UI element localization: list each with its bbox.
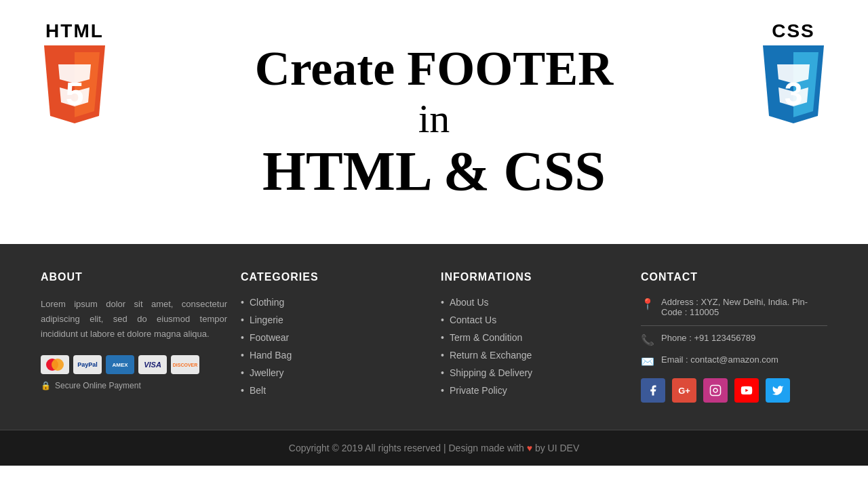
contact-address: 📍 Address : XYZ, New Delhi, India. Pin-C… (641, 297, 827, 317)
info-return-link[interactable]: Return & Exchange (450, 350, 532, 361)
contact-heading: CONTACT (641, 271, 827, 283)
youtube-icon[interactable] (734, 378, 759, 403)
list-item[interactable]: Belt (241, 385, 427, 396)
googleplus-icon[interactable]: G+ (672, 378, 696, 403)
info-about-link[interactable]: About Us (450, 297, 489, 308)
categories-column: CATEGORIES Clothing Lingerie Footwear Ha… (241, 271, 427, 403)
css-label: CSS (772, 20, 815, 42)
contact-divider (641, 325, 827, 326)
phone-icon: 📞 (641, 333, 654, 346)
html-label: HTML (45, 20, 104, 42)
about-column: ABOUT Lorem ipsum dolor sit amet, consec… (41, 271, 227, 403)
svg-rect-12 (711, 386, 721, 396)
phone-text: Phone : +91 123456789 (661, 333, 755, 343)
category-handbag-link[interactable]: Hand Bag (250, 350, 292, 361)
discover-icon: DISCOVER (171, 355, 199, 374)
mastercard-icon (41, 355, 69, 374)
category-clothing-link[interactable]: Clothing (250, 297, 284, 308)
facebook-icon[interactable] (641, 378, 665, 403)
html5-shield-icon: 5 (41, 45, 108, 123)
paypal-icon: PayPal (73, 355, 102, 374)
secure-payment: 🔒 Secure Online Payment (41, 381, 227, 390)
info-contact-link[interactable]: Contact Us (450, 314, 496, 325)
html5-logo: HTML 5 (41, 20, 108, 123)
category-footwear-link[interactable]: Footwear (250, 332, 289, 343)
title-in: in (41, 96, 827, 141)
category-lingerie-link[interactable]: Lingerie (250, 314, 283, 325)
list-item[interactable]: Term & Condition (441, 332, 627, 343)
list-item[interactable]: Lingerie (241, 314, 427, 325)
css3-shield-icon: 3 (760, 45, 827, 123)
category-belt-link[interactable]: Belt (250, 385, 266, 396)
twitter-icon[interactable] (766, 378, 790, 403)
email-icon: ✉️ (641, 355, 654, 368)
amex-icon: AMEX (106, 355, 134, 374)
list-item[interactable]: Hand Bag (241, 350, 427, 361)
categories-heading: CATEGORIES (241, 271, 427, 283)
list-item[interactable]: Footwear (241, 332, 427, 343)
lock-icon: 🔒 (41, 381, 51, 390)
list-item[interactable]: About Us (441, 297, 627, 308)
contact-column: CONTACT 📍 Address : XYZ, New Delhi, Indi… (641, 271, 827, 403)
info-privacy-link[interactable]: Private Policy (450, 385, 507, 396)
info-shipping-link[interactable]: Shipping & Delivery (450, 367, 532, 378)
footer-bottom: Copyright © 2019 All rights reserved | D… (0, 430, 868, 466)
about-heading: ABOUT (41, 271, 227, 283)
contact-phone: 📞 Phone : +91 123456789 (641, 333, 827, 346)
list-item[interactable]: Contact Us (441, 314, 627, 325)
svg-text:5: 5 (66, 76, 84, 112)
footer-columns: ABOUT Lorem ipsum dolor sit amet, consec… (0, 271, 868, 430)
visa-icon: VISA (138, 355, 167, 374)
informations-heading: INFORMATIONS (441, 271, 627, 283)
informations-list: About Us Contact Us Term & Condition Ret… (441, 297, 627, 396)
svg-point-11 (52, 359, 64, 371)
email-text: Email : contact@amazon.com (661, 354, 778, 365)
instagram-icon[interactable] (703, 378, 728, 403)
css3-logo: CSS 3 (760, 20, 827, 123)
copyright-by: by UI DEV (535, 443, 579, 453)
heart-icon: ♥ (527, 443, 535, 453)
social-icons: G+ (641, 378, 827, 403)
svg-text:3: 3 (785, 76, 803, 112)
list-item[interactable]: Private Policy (441, 385, 627, 396)
contact-email: ✉️ Email : contact@amazon.com (641, 354, 827, 368)
info-term-link[interactable]: Term & Condition (450, 332, 522, 343)
header-title: Create FOOTER in HTML & CSS (41, 42, 827, 201)
list-item[interactable]: Return & Exchange (441, 350, 627, 361)
payment-icons: PayPal AMEX VISA DISCOVER (41, 355, 227, 374)
list-item[interactable]: Shipping & Delivery (441, 367, 627, 378)
address-text: Address : XYZ, New Delhi, India. Pin-Cod… (661, 297, 827, 317)
list-item[interactable]: Clothing (241, 297, 427, 308)
categories-list: Clothing Lingerie Footwear Hand Bag Jwel… (241, 297, 427, 396)
header-section: HTML 5 Create FOOTER in HTML & CSS CSS 3 (0, 0, 868, 244)
copyright-text: Copyright © 2019 All rights reserved | D… (289, 443, 524, 453)
about-description: Lorem ipsum dolor sit amet, consectetur … (41, 297, 227, 342)
location-icon: 📍 (641, 298, 654, 310)
informations-column: INFORMATIONS About Us Contact Us Term & … (441, 271, 627, 403)
secure-label: Secure Online Payment (55, 381, 141, 390)
list-item[interactable]: Jwellery (241, 367, 427, 378)
category-jwellery-link[interactable]: Jwellery (250, 367, 284, 378)
footer: ABOUT Lorem ipsum dolor sit amet, consec… (0, 244, 868, 466)
title-line1: Create FOOTER (41, 42, 827, 96)
title-line2: HTML & CSS (41, 141, 827, 202)
